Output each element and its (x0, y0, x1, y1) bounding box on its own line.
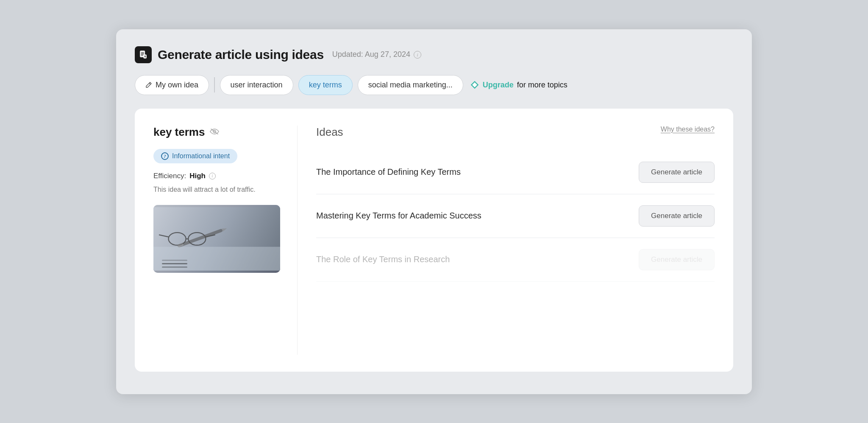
eye-slash-icon[interactable] (210, 127, 219, 137)
topic-label-social-media: social media marketing... (368, 81, 453, 90)
pencil-icon (145, 81, 152, 88)
topic-divider (214, 77, 215, 92)
header-meta: Updated: Aug 27, 2024 i (332, 50, 421, 59)
ideas-list: The Importance of Defining Key Terms Gen… (316, 151, 715, 282)
question-icon: ? (161, 152, 169, 160)
idea-title-3: The Role of Key Terms in Research (316, 253, 450, 266)
ideas-title: Ideas (316, 126, 343, 139)
topics-row: My own idea user interaction key terms s… (135, 75, 733, 95)
idea-item-1: The Importance of Defining Key Terms Gen… (316, 151, 715, 194)
updated-label: Updated: Aug 27, 2024 (332, 50, 410, 59)
idea-title-2: Mastering Key Terms for Academic Success (316, 210, 481, 222)
thumbnail-image (153, 205, 280, 273)
topic-pill-my-own-idea[interactable]: My own idea (135, 75, 209, 95)
upgrade-link[interactable]: Upgrade (483, 81, 514, 90)
efficiency-row: Efficiency: High i (153, 172, 280, 180)
upgrade-row: Upgrade for more topics (470, 80, 568, 90)
topic-label-my-own-idea: My own idea (156, 81, 198, 90)
topic-label-user-interaction: user interaction (231, 81, 283, 90)
main-card: key terms ? Informational intent Efficie… (135, 109, 733, 372)
idea-title-1: The Importance of Defining Key Terms (316, 166, 461, 178)
panel-title-row: key terms (153, 126, 280, 139)
efficiency-label: Efficiency: (153, 172, 186, 180)
right-panel: Ideas Why these ideas? The Importance of… (298, 126, 715, 355)
document-icon (139, 50, 148, 59)
topic-pill-key-terms[interactable]: key terms (298, 75, 353, 95)
efficiency-value: High (189, 172, 206, 180)
app-icon (135, 46, 152, 63)
page-header: Generate article using ideas Updated: Au… (135, 46, 733, 63)
generate-btn-1[interactable]: Generate article (639, 162, 715, 183)
traffic-description: This idea will attract a lot of traffic. (153, 185, 280, 195)
efficiency-info-icon[interactable]: i (209, 173, 216, 179)
topic-pill-social-media[interactable]: social media marketing... (358, 75, 463, 95)
article-thumbnail (153, 205, 280, 273)
app-container: Generate article using ideas Updated: Au… (116, 29, 752, 394)
diamond-icon (470, 80, 479, 90)
topic-label-key-terms: key terms (309, 81, 342, 90)
page-title: Generate article using ideas (158, 48, 324, 62)
generate-btn-3[interactable]: Generate article (639, 249, 715, 270)
svg-rect-21 (153, 247, 280, 270)
right-panel-header: Ideas Why these ideas? (316, 126, 715, 139)
info-icon[interactable]: i (414, 51, 421, 59)
why-ideas-link[interactable]: Why these ideas? (661, 126, 715, 133)
thumbnail-illustration (153, 205, 280, 273)
left-panel: key terms ? Informational intent Efficie… (153, 126, 298, 355)
topic-pill-user-interaction[interactable]: user interaction (220, 75, 293, 95)
generate-btn-2[interactable]: Generate article (639, 205, 715, 227)
intent-label: Informational intent (172, 152, 230, 160)
idea-item-3: The Role of Key Terms in Research Genera… (316, 238, 715, 282)
intent-badge: ? Informational intent (153, 149, 237, 163)
idea-item-2: Mastering Key Terms for Academic Success… (316, 194, 715, 238)
upgrade-suffix: for more topics (517, 81, 568, 90)
panel-title: key terms (153, 126, 205, 139)
svg-line-9 (149, 83, 150, 84)
